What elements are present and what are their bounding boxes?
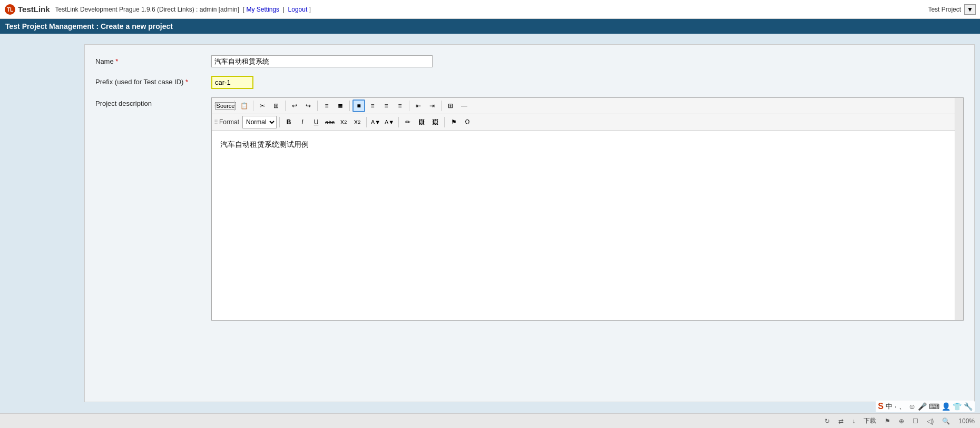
format-select[interactable]: Normal bbox=[242, 116, 277, 128]
justify-full-btn[interactable]: ≡ bbox=[394, 99, 406, 112]
image-btn[interactable]: 🖼 bbox=[415, 116, 428, 128]
ime-keyboard-icon[interactable]: ⌨ bbox=[929, 402, 939, 411]
ordered-list-btn[interactable]: ≡ bbox=[320, 99, 333, 112]
sep1 bbox=[234, 101, 235, 111]
editor-scrollbar[interactable] bbox=[955, 98, 963, 320]
name-label-text: Name bbox=[95, 57, 114, 65]
ime-toolbar: S 中 · 、 ☺ 🎤 ⌨ 👤 👕 🔧 bbox=[876, 401, 975, 412]
editor-toolbar-row1: ⠿ Source 📋 ✂ ⊞ ↩ ↪ ≡ ≣ ■ bbox=[212, 98, 963, 114]
name-input[interactable] bbox=[211, 55, 433, 67]
copy-btn[interactable]: ⊞ bbox=[270, 99, 282, 112]
format-label: Format bbox=[219, 118, 239, 126]
status-bar: ↻ ⇄ ↓ 下载 ⚑ ⊕ ☐ ◁) 🔍 100% bbox=[0, 413, 980, 428]
description-label: Project description bbox=[95, 97, 211, 107]
hr-btn[interactable]: — bbox=[458, 99, 471, 112]
ime-dot-icon[interactable]: · bbox=[895, 402, 897, 411]
editor-body[interactable]: 汽车自动租赁系统测试用例 bbox=[212, 131, 963, 320]
redo-btn[interactable]: ↪ bbox=[302, 99, 315, 112]
ime-comma-icon[interactable]: 、 bbox=[899, 402, 906, 411]
form-container: Name * Prefix (used for Test case ID) * … bbox=[84, 44, 975, 402]
sep3 bbox=[285, 101, 286, 111]
svg-text:TL: TL bbox=[7, 7, 13, 13]
editor-toolbar-row2: ⠿ Format Normal B I U abc X2 X2 A▼ A▼ bbox=[212, 114, 963, 131]
logo-area: TL TestLink bbox=[4, 4, 50, 15]
page-title-bar: Test Project Management : Create a new p… bbox=[0, 19, 980, 34]
ime-tool-icon[interactable]: 🔧 bbox=[964, 402, 973, 411]
sep4 bbox=[317, 101, 318, 111]
source-btn[interactable]: Source bbox=[219, 99, 232, 112]
sep2 bbox=[253, 101, 253, 111]
name-required-indicator: * bbox=[115, 57, 118, 65]
sep10 bbox=[398, 117, 399, 127]
logo-text: TestLink bbox=[18, 5, 50, 14]
flag-icon[interactable]: ⚑ bbox=[885, 417, 890, 425]
prefix-row: Prefix (used for Test case ID) * bbox=[95, 76, 964, 89]
ime-person-icon[interactable]: 👤 bbox=[942, 402, 950, 411]
app-info-text: TestLink Development Prague 1.9.6 (Direc… bbox=[55, 6, 240, 13]
indent-btn[interactable]: ⇥ bbox=[426, 99, 438, 112]
italic-btn[interactable]: I bbox=[296, 116, 309, 128]
refresh-icon[interactable]: ↻ bbox=[825, 417, 830, 425]
page-title: Test Project Management : Create a new p… bbox=[5, 22, 173, 31]
subscript-btn[interactable]: X2 bbox=[337, 116, 350, 128]
bg-color-btn[interactable]: A▼ bbox=[383, 116, 396, 128]
text-color-btn[interactable]: A▼ bbox=[369, 116, 382, 128]
outdent-btn[interactable]: ⇤ bbox=[412, 99, 425, 112]
templates-btn[interactable]: 📋 bbox=[238, 99, 250, 112]
cut-btn[interactable]: ✂ bbox=[256, 99, 269, 112]
search-icon[interactable]: 🔍 bbox=[942, 417, 950, 425]
draw-btn[interactable]: ✏ bbox=[401, 116, 414, 128]
ime-zhong-icon[interactable]: 中 bbox=[886, 402, 893, 411]
ime-mic-icon[interactable]: 🎤 bbox=[918, 402, 927, 411]
special-char-btn[interactable]: Ω bbox=[461, 116, 474, 128]
my-settings-link[interactable]: My Settings bbox=[246, 6, 279, 13]
testlink-logo-icon: TL bbox=[4, 4, 16, 15]
volume-icon[interactable]: ◁) bbox=[927, 417, 934, 425]
header-right: Test Project ▼ bbox=[928, 4, 976, 15]
flash-btn[interactable]: 🖼 bbox=[429, 116, 442, 128]
justify-center-btn[interactable]: ≡ bbox=[366, 99, 379, 112]
sep9 bbox=[366, 117, 367, 127]
bold-btn[interactable]: B bbox=[282, 116, 295, 128]
header-info: TestLink Development Prague 1.9.6 (Direc… bbox=[55, 6, 311, 13]
logout-link[interactable]: Logout bbox=[288, 6, 308, 13]
main-content: Name * Prefix (used for Test case ID) * … bbox=[0, 34, 980, 428]
download-label[interactable]: 下载 bbox=[864, 416, 876, 425]
underline-btn[interactable]: U bbox=[310, 116, 322, 128]
name-row: Name * bbox=[95, 55, 964, 67]
down-arrow-icon[interactable]: ↓ bbox=[852, 417, 855, 425]
prefix-label: Prefix (used for Test case ID) * bbox=[95, 76, 211, 86]
link-icon[interactable]: ⇄ bbox=[838, 417, 844, 425]
name-label: Name * bbox=[95, 55, 211, 65]
justify-right-btn[interactable]: ≡ bbox=[380, 99, 393, 112]
superscript-btn[interactable]: X2 bbox=[351, 116, 364, 128]
description-label-text: Project description bbox=[95, 99, 152, 107]
strikethrough-btn[interactable]: abc bbox=[324, 116, 336, 128]
prefix-label-text: Prefix (used for Test case ID) bbox=[95, 78, 183, 86]
header-bar: TL TestLink TestLink Development Prague … bbox=[0, 0, 980, 19]
box-icon[interactable]: ☐ bbox=[913, 417, 918, 425]
globe-icon[interactable]: ⊕ bbox=[899, 417, 904, 425]
prefix-input[interactable] bbox=[211, 76, 253, 89]
flag-btn[interactable]: ⚑ bbox=[447, 116, 460, 128]
project-dropdown-btn[interactable]: ▼ bbox=[964, 4, 976, 15]
unordered-list-btn[interactable]: ≣ bbox=[334, 99, 347, 112]
undo-btn[interactable]: ↩ bbox=[288, 99, 301, 112]
justify-left-btn[interactable]: ■ bbox=[352, 99, 365, 112]
editor-container: ⠿ Source 📋 ✂ ⊞ ↩ ↪ ≡ ≣ ■ bbox=[211, 97, 964, 321]
toolbar2-drag-handle: ⠿ bbox=[214, 119, 218, 126]
zoom-level: 100% bbox=[958, 417, 975, 425]
sep7 bbox=[441, 101, 442, 111]
header-left: TL TestLink TestLink Development Prague … bbox=[4, 4, 311, 15]
prefix-required-indicator: * bbox=[185, 78, 188, 86]
editor-content: 汽车自动租赁系统测试用例 bbox=[220, 140, 309, 148]
sep11 bbox=[444, 117, 445, 127]
ime-s-icon[interactable]: S bbox=[878, 402, 884, 411]
sep5 bbox=[349, 101, 350, 111]
ime-shirt-icon[interactable]: 👕 bbox=[953, 402, 962, 411]
sep6 bbox=[409, 101, 409, 111]
table-btn[interactable]: ⊞ bbox=[444, 99, 457, 112]
sep8 bbox=[279, 117, 280, 127]
test-project-label: Test Project bbox=[928, 6, 961, 13]
ime-smiley-icon[interactable]: ☺ bbox=[908, 402, 916, 411]
